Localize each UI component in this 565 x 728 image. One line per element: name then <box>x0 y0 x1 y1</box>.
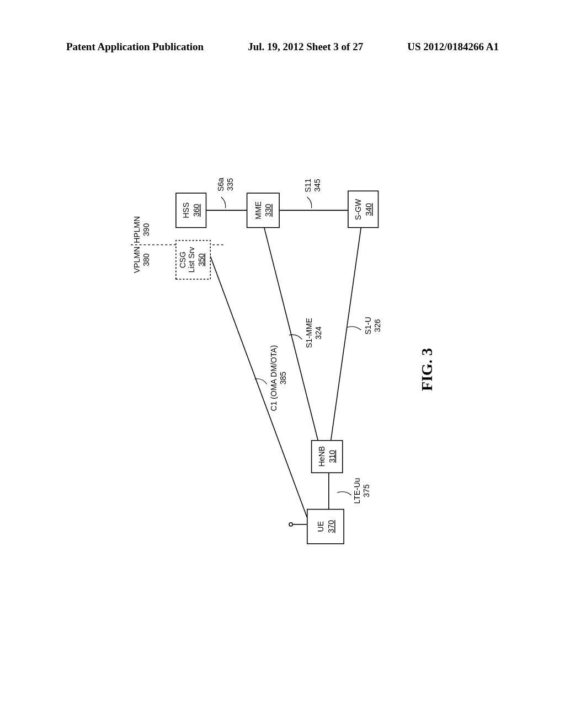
edge-c1 <box>206 245 307 518</box>
node-sgw-num: 340 <box>364 203 373 216</box>
node-ue <box>307 510 344 544</box>
node-hss-label: HSS <box>182 202 190 218</box>
header-center: Jul. 19, 2012 Sheet 3 of 27 <box>248 41 363 53</box>
vplmn-label: VPLMN <box>132 247 141 273</box>
edge-s6a-tick <box>221 197 226 208</box>
edge-s6a-num: 335 <box>226 178 234 191</box>
header-right: US 2012/0184266 A1 <box>407 41 499 53</box>
edge-s1-mme-num: 324 <box>314 326 323 340</box>
diagram: VPLMN 380 HPLMN 390 LTE-Uu 375 C1 (OMA D… <box>66 94 497 645</box>
node-mme <box>247 193 280 227</box>
node-sgw-label: S-GW <box>354 199 363 220</box>
node-henb <box>312 441 343 473</box>
edge-lte-uu-tick <box>337 492 351 495</box>
node-hss <box>176 193 206 227</box>
edge-c1-label: C1 (OMA DM/OTA) <box>269 345 278 411</box>
node-henb-label: HeNB <box>317 446 326 467</box>
edge-s11-tick <box>307 197 312 208</box>
node-ue-num: 370 <box>327 520 335 533</box>
edge-lte-uu-num: 375 <box>362 484 371 497</box>
node-csg-label2: List Srv <box>187 247 196 273</box>
node-mme-label: MME <box>254 201 263 220</box>
ue-antenna-tip <box>289 523 292 526</box>
node-sgw <box>348 191 379 227</box>
header-left: Patent Application Publication <box>66 41 204 53</box>
edge-s1-u <box>331 228 361 441</box>
node-ue-label: UE <box>316 521 325 532</box>
node-csg-label1: CSG <box>178 251 187 268</box>
edge-c1-num: 385 <box>279 372 287 385</box>
edge-s1-mme-label: S1-MME <box>305 318 313 348</box>
edge-s1-u-num: 326 <box>373 319 382 333</box>
edge-s6a-label: S6a <box>216 178 225 191</box>
hplmn-num: 390 <box>142 223 151 237</box>
figure-caption: FIG. 3 <box>418 348 435 391</box>
edge-s1-u-tick <box>347 326 361 330</box>
vplmn-num: 380 <box>142 253 151 266</box>
edge-s11-num: 345 <box>313 179 322 192</box>
node-csg-num: 350 <box>197 253 206 266</box>
node-mme-num: 330 <box>264 204 273 217</box>
node-henb-num: 310 <box>328 450 337 463</box>
hplmn-label: HPLMN <box>132 216 141 243</box>
edge-lte-uu-label: LTE-Uu <box>353 478 361 504</box>
node-hss-num: 360 <box>192 204 201 217</box>
edge-s11-label: S11 <box>303 178 312 192</box>
edge-s1-u-label: S1-U <box>364 317 372 334</box>
